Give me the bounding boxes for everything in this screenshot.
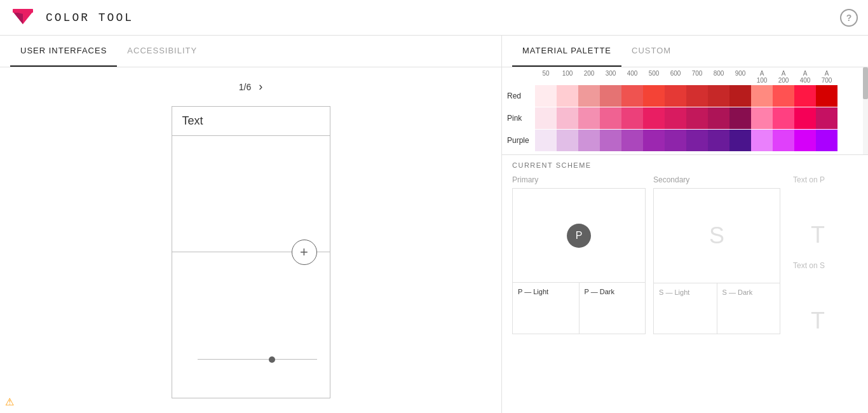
color-red-a700[interactable] — [816, 85, 837, 107]
color-red-500[interactable] — [643, 85, 665, 107]
color-red-600[interactable] — [665, 85, 686, 107]
col-header-50: 50 — [535, 70, 557, 84]
header-left: COLOR TOOL — [10, 5, 133, 30]
color-purple-50[interactable] — [535, 130, 557, 151]
color-purple-300[interactable] — [600, 130, 621, 151]
secondary-variants: S — Light S — Dark — [654, 283, 780, 334]
color-purple-100[interactable] — [557, 130, 578, 151]
col-header-a100: A100 — [751, 70, 773, 84]
color-purple-700[interactable] — [686, 130, 708, 151]
color-red-800[interactable] — [708, 85, 729, 107]
col-header-a700: A700 — [816, 70, 837, 84]
color-red-400[interactable] — [621, 85, 643, 107]
text-on-p-label: Text on P — [793, 175, 825, 184]
next-page-button[interactable]: › — [259, 80, 262, 93]
color-pink-800[interactable] — [708, 107, 729, 129]
color-pink-50[interactable] — [535, 107, 557, 129]
color-red-a200[interactable] — [773, 85, 794, 107]
color-purple-a100[interactable] — [751, 130, 773, 151]
secondary-column: Secondary S S — Light S — Dark — [653, 175, 780, 334]
palette-container: 50 100 200 300 400 500 600 700 800 900 A… — [502, 67, 868, 154]
palette-row-purple: Purple — [502, 130, 868, 151]
help-button[interactable]: ? — [840, 9, 858, 27]
color-pink-a400[interactable] — [794, 107, 816, 129]
color-pink-a700[interactable] — [816, 107, 837, 129]
color-red-a100[interactable] — [751, 85, 773, 107]
col-header-800: 800 — [708, 70, 729, 84]
palette-scrollbar-track — [863, 67, 868, 154]
col-header-700: 700 — [686, 70, 708, 84]
tab-accessibility[interactable]: ACCESSIBILITY — [117, 36, 207, 67]
palette-scroll[interactable]: 50 100 200 300 400 500 600 700 800 900 A… — [502, 67, 868, 154]
text-t-container: T — [793, 188, 825, 248]
col-header-900: 900 — [729, 70, 751, 84]
primary-variants: P — Light P — Dark — [513, 283, 645, 334]
text-on-s-label: Text on S — [793, 261, 825, 270]
tab-custom[interactable]: CUSTOM — [621, 36, 681, 67]
color-pink-a200[interactable] — [773, 107, 794, 129]
color-pink-400[interactable] — [621, 107, 643, 129]
color-pink-900[interactable] — [729, 107, 751, 129]
col-header-400: 400 — [621, 70, 643, 84]
color-purple-500[interactable] — [643, 130, 665, 151]
secondary-dark-cell[interactable]: S — Dark — [717, 283, 780, 334]
color-purple-600[interactable] — [665, 130, 686, 151]
secondary-light-cell[interactable]: S — Light — [654, 283, 717, 334]
color-red-300[interactable] — [600, 85, 621, 107]
color-purple-400[interactable] — [621, 130, 643, 151]
slider[interactable] — [198, 359, 317, 360]
color-pink-500[interactable] — [643, 107, 665, 129]
palette-scrollbar-thumb[interactable] — [863, 67, 868, 99]
phone-text: Text — [182, 114, 203, 127]
color-pink-600[interactable] — [665, 107, 686, 129]
color-purple-900[interactable] — [729, 130, 751, 151]
app-logo-main — [10, 5, 36, 30]
pagination: 1/6 › — [239, 80, 262, 93]
col-header-300: 300 — [600, 70, 621, 84]
scheme-grid: Primary P P — Light P — Dark Secondary — [512, 175, 858, 334]
color-purple-a700[interactable] — [816, 130, 837, 151]
primary-main: P — [513, 189, 645, 283]
palette-row-pink: Pink — [502, 107, 868, 129]
color-pink-100[interactable] — [557, 107, 578, 129]
warning-icon[interactable]: ⚠ — [5, 396, 14, 407]
tab-material-palette[interactable]: MATERIAL PALETTE — [512, 36, 621, 67]
tab-user-interfaces[interactable]: USER INTERFACES — [10, 36, 117, 67]
color-purple-200[interactable] — [578, 130, 600, 151]
color-purple-800[interactable] — [708, 130, 729, 151]
primary-column: Primary P P — Light P — Dark — [512, 175, 646, 334]
primary-circle[interactable]: P — [567, 224, 591, 248]
primary-dark-cell[interactable]: P — Dark — [580, 283, 646, 334]
phone-body — [172, 136, 330, 252]
color-pink-200[interactable] — [578, 107, 600, 129]
col-header-500: 500 — [643, 70, 665, 84]
text-t-value: T — [811, 222, 825, 248]
color-red-a400[interactable] — [794, 85, 816, 107]
add-button[interactable]: + — [292, 240, 317, 265]
status-bar: ⚠ — [0, 391, 19, 413]
col-header-a400: A400 — [794, 70, 816, 84]
color-purple-a200[interactable] — [773, 130, 794, 151]
text-t2-container: T — [793, 274, 825, 334]
color-red-50[interactable] — [535, 85, 557, 107]
row-label-purple: Purple — [502, 136, 535, 145]
color-red-200[interactable] — [578, 85, 600, 107]
slider-thumb[interactable] — [269, 356, 275, 363]
content-area: 1/6 › Text + — [0, 67, 501, 413]
svg-rect-8 — [13, 9, 33, 13]
color-red-900[interactable] — [729, 85, 751, 107]
app-header: COLOR TOOL ? — [0, 0, 868, 36]
color-red-100[interactable] — [557, 85, 578, 107]
color-red-700[interactable] — [686, 85, 708, 107]
primary-box: P P — Light P — Dark — [512, 188, 646, 334]
color-pink-300[interactable] — [600, 107, 621, 129]
secondary-letter: S — [709, 222, 724, 249]
color-pink-700[interactable] — [686, 107, 708, 129]
col-header-100: 100 — [557, 70, 578, 84]
left-tabs: USER INTERFACES ACCESSIBILITY — [0, 36, 501, 67]
slider-track — [198, 359, 317, 360]
color-purple-a400[interactable] — [794, 130, 816, 151]
primary-light-cell[interactable]: P — Light — [513, 283, 580, 334]
color-pink-a100[interactable] — [751, 107, 773, 129]
current-scheme-label: CURRENT SCHEME — [512, 161, 858, 169]
